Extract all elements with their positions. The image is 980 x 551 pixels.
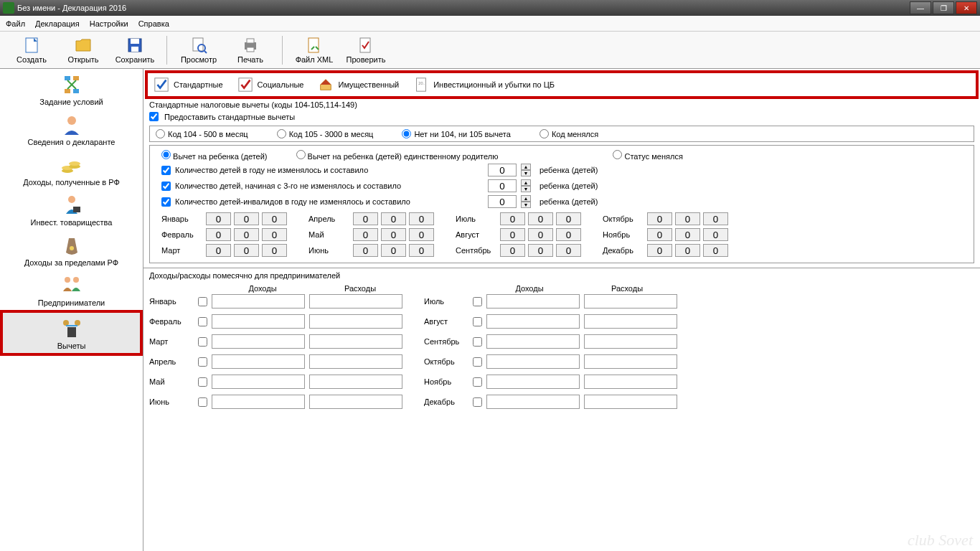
expense-input[interactable] — [584, 334, 677, 349]
print-button[interactable]: Печать — [226, 37, 275, 64]
month-input[interactable] — [500, 212, 525, 225]
income-month-checkbox[interactable] — [473, 357, 482, 367]
month-input[interactable] — [353, 212, 378, 225]
month-input[interactable] — [262, 228, 287, 241]
month-input[interactable] — [556, 244, 581, 257]
tab-property[interactable]: Имущественный — [318, 77, 399, 93]
month-input[interactable] — [381, 212, 406, 225]
close-button[interactable]: ✕ — [956, 1, 977, 14]
radio-status-changed[interactable]: Статус менялся — [613, 150, 682, 161]
provide-deductions-checkbox[interactable] — [149, 112, 159, 121]
expense-input[interactable] — [584, 314, 677, 329]
expense-input[interactable] — [309, 294, 402, 309]
income-month-checkbox[interactable] — [198, 357, 207, 367]
month-input[interactable] — [528, 244, 553, 257]
month-input[interactable] — [675, 228, 700, 241]
tab-standard[interactable]: Стандартные — [154, 77, 223, 93]
month-input[interactable] — [206, 228, 231, 241]
month-input[interactable] — [262, 244, 287, 257]
preview-button[interactable]: Просмотр — [174, 37, 223, 64]
spin-down[interactable]: ▼ — [521, 202, 531, 208]
radio-child-deduction[interactable]: Вычет на ребенка (детей) — [161, 150, 268, 161]
income-input[interactable] — [212, 314, 305, 329]
month-input[interactable] — [409, 212, 434, 225]
spin-up[interactable]: ▲ — [521, 164, 531, 170]
children-count-checkbox[interactable] — [161, 166, 171, 175]
month-input[interactable] — [528, 228, 553, 241]
xml-button[interactable]: Файл XML — [290, 37, 339, 64]
spin-up[interactable]: ▲ — [521, 195, 531, 202]
check-button[interactable]: Проверить — [341, 37, 390, 64]
menu-declaration[interactable]: Декларация — [35, 19, 80, 28]
expense-input[interactable] — [309, 314, 402, 329]
month-input[interactable] — [206, 212, 231, 225]
tab-investment[interactable]: 20.. Инвестиционный и убытки по ЦБ — [413, 77, 555, 93]
children-disabled-checkbox[interactable] — [161, 197, 171, 207]
income-month-checkbox[interactable] — [198, 337, 207, 347]
sidebar-item-income-foreign[interactable]: Доходы за пределами РФ — [0, 230, 143, 270]
minimize-button[interactable]: — — [910, 1, 931, 14]
children-count-input[interactable] — [488, 164, 517, 176]
menu-file[interactable]: Файл — [6, 19, 25, 28]
open-button[interactable]: Открыть — [59, 37, 108, 64]
radio-code-104[interactable]: Код 104 - 500 в месяц — [156, 129, 248, 138]
income-input[interactable] — [486, 354, 580, 369]
spin-down[interactable]: ▼ — [521, 170, 531, 176]
expense-input[interactable] — [584, 395, 677, 409]
month-input[interactable] — [703, 212, 728, 225]
radio-single-parent[interactable]: Вычет на ребенка (детей) единственному р… — [296, 150, 499, 161]
spin-down[interactable]: ▼ — [521, 186, 531, 192]
sidebar-item-deductions[interactable]: Вычеты — [0, 310, 143, 356]
maximize-button[interactable]: ❐ — [933, 1, 954, 14]
create-button[interactable]: Создать — [7, 37, 56, 64]
radio-code-changed[interactable]: Код менялся — [540, 129, 598, 138]
children-from-3rd-checkbox[interactable] — [161, 182, 171, 191]
radio-code-105[interactable]: Код 105 - 3000 в месяц — [277, 129, 374, 138]
expense-input[interactable] — [584, 375, 677, 389]
month-input[interactable] — [647, 212, 672, 225]
month-input[interactable] — [409, 244, 434, 257]
sidebar-item-declarant[interactable]: Сведения о декларанте — [0, 109, 143, 149]
month-input[interactable] — [556, 212, 581, 225]
income-input[interactable] — [486, 294, 580, 309]
save-button[interactable]: Сохранить — [110, 37, 159, 64]
income-input[interactable] — [212, 334, 305, 349]
month-input[interactable] — [234, 212, 259, 225]
income-month-checkbox[interactable] — [473, 377, 482, 387]
expense-input[interactable] — [584, 294, 677, 309]
month-input[interactable] — [234, 228, 259, 241]
month-input[interactable] — [409, 228, 434, 241]
month-input[interactable] — [353, 228, 378, 241]
month-input[interactable] — [528, 212, 553, 225]
income-month-checkbox[interactable] — [473, 397, 482, 407]
month-input[interactable] — [262, 212, 287, 225]
month-input[interactable] — [647, 244, 672, 257]
month-input[interactable] — [556, 228, 581, 241]
month-input[interactable] — [234, 244, 259, 257]
expense-input[interactable] — [309, 354, 402, 369]
income-input[interactable] — [486, 375, 580, 389]
month-input[interactable] — [206, 244, 231, 257]
income-input[interactable] — [486, 334, 580, 349]
income-month-checkbox[interactable] — [198, 317, 207, 326]
month-input[interactable] — [500, 244, 525, 257]
expense-input[interactable] — [309, 375, 402, 389]
income-month-checkbox[interactable] — [473, 317, 482, 326]
month-input[interactable] — [353, 244, 378, 257]
month-input[interactable] — [647, 228, 672, 241]
spin-up[interactable]: ▲ — [521, 179, 531, 186]
sidebar-item-entrepreneurs[interactable]: Предприниматели — [0, 270, 143, 310]
children-from-3rd-input[interactable] — [488, 179, 517, 192]
sidebar-item-income-rf[interactable]: Доходы, полученные в РФ — [0, 149, 143, 189]
income-input[interactable] — [212, 375, 305, 389]
tab-social[interactable]: Социальные — [237, 77, 304, 93]
month-input[interactable] — [381, 228, 406, 241]
expense-input[interactable] — [309, 334, 402, 349]
income-month-checkbox[interactable] — [198, 297, 207, 306]
month-input[interactable] — [381, 244, 406, 257]
children-disabled-input[interactable] — [488, 195, 517, 208]
income-input[interactable] — [212, 395, 305, 409]
month-input[interactable] — [703, 244, 728, 257]
income-input[interactable] — [486, 314, 580, 329]
income-month-checkbox[interactable] — [198, 397, 207, 407]
